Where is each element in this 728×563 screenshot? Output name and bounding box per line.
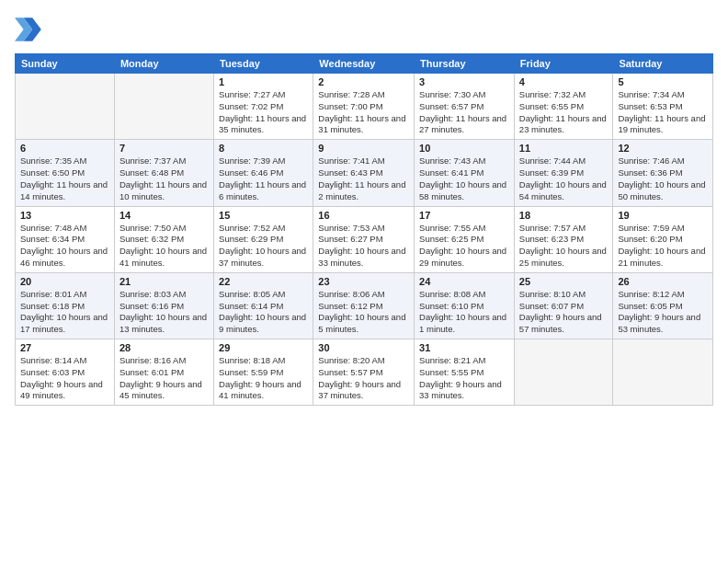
day-number: 13: [20, 210, 109, 221]
calendar-cell: 1Sunrise: 7:27 AM Sunset: 7:02 PM Daylig…: [214, 74, 313, 140]
calendar-week-row: 1Sunrise: 7:27 AM Sunset: 7:02 PM Daylig…: [16, 74, 713, 140]
calendar-cell: 21Sunrise: 8:03 AM Sunset: 6:16 PM Dayli…: [114, 272, 213, 339]
calendar-cell: 23Sunrise: 8:06 AM Sunset: 6:12 PM Dayli…: [313, 272, 415, 339]
day-detail: Sunrise: 8:14 AM Sunset: 6:03 PM Dayligh…: [20, 355, 109, 402]
day-number: 10: [419, 143, 509, 154]
day-number: 25: [519, 276, 609, 287]
day-detail: Sunrise: 7:43 AM Sunset: 6:41 PM Dayligh…: [419, 155, 509, 202]
day-detail: Sunrise: 8:10 AM Sunset: 6:07 PM Dayligh…: [519, 289, 609, 336]
day-number: 23: [318, 276, 409, 287]
day-detail: Sunrise: 8:20 AM Sunset: 5:57 PM Dayligh…: [318, 355, 409, 402]
logo: [15, 15, 48, 44]
calendar-cell: 30Sunrise: 8:20 AM Sunset: 5:57 PM Dayli…: [313, 339, 415, 406]
day-number: 16: [318, 210, 409, 221]
calendar-cell: 25Sunrise: 8:10 AM Sunset: 6:07 PM Dayli…: [514, 272, 613, 339]
day-detail: Sunrise: 7:50 AM Sunset: 6:32 PM Dayligh…: [119, 223, 209, 270]
calendar-cell: [514, 339, 613, 406]
day-number: 11: [519, 143, 609, 154]
day-number: 28: [119, 342, 209, 353]
day-detail: Sunrise: 8:18 AM Sunset: 5:59 PM Dayligh…: [219, 355, 308, 402]
day-detail: Sunrise: 7:44 AM Sunset: 6:39 PM Dayligh…: [519, 155, 609, 202]
day-number: 17: [419, 210, 509, 221]
calendar-cell: 6Sunrise: 7:35 AM Sunset: 6:50 PM Daylig…: [16, 140, 115, 206]
day-number: 5: [618, 76, 708, 87]
day-detail: Sunrise: 7:32 AM Sunset: 6:55 PM Dayligh…: [519, 89, 609, 136]
calendar-week-row: 6Sunrise: 7:35 AM Sunset: 6:50 PM Daylig…: [16, 140, 713, 206]
day-number: 2: [318, 76, 409, 87]
calendar-cell: 28Sunrise: 8:16 AM Sunset: 6:01 PM Dayli…: [114, 339, 213, 406]
day-detail: Sunrise: 7:35 AM Sunset: 6:50 PM Dayligh…: [20, 155, 109, 202]
day-detail: Sunrise: 7:53 AM Sunset: 6:27 PM Dayligh…: [318, 223, 409, 270]
day-detail: Sunrise: 8:08 AM Sunset: 6:10 PM Dayligh…: [419, 289, 509, 336]
weekday-header: Friday: [514, 54, 613, 74]
day-detail: Sunrise: 8:21 AM Sunset: 5:55 PM Dayligh…: [419, 355, 509, 402]
day-detail: Sunrise: 7:46 AM Sunset: 6:36 PM Dayligh…: [618, 155, 708, 202]
calendar-cell: 12Sunrise: 7:46 AM Sunset: 6:36 PM Dayli…: [613, 140, 713, 206]
page: SundayMondayTuesdayWednesdayThursdayFrid…: [0, 0, 728, 563]
logo-icon: [15, 15, 44, 44]
day-detail: Sunrise: 7:27 AM Sunset: 7:02 PM Dayligh…: [219, 89, 308, 136]
weekday-header: Wednesday: [313, 54, 415, 74]
day-detail: Sunrise: 7:52 AM Sunset: 6:29 PM Dayligh…: [219, 223, 308, 270]
day-number: 6: [20, 143, 109, 154]
calendar: SundayMondayTuesdayWednesdayThursdayFrid…: [15, 53, 713, 406]
calendar-cell: 7Sunrise: 7:37 AM Sunset: 6:48 PM Daylig…: [114, 140, 213, 206]
weekday-header: Thursday: [415, 54, 515, 74]
calendar-cell: 29Sunrise: 8:18 AM Sunset: 5:59 PM Dayli…: [214, 339, 313, 406]
day-detail: Sunrise: 8:06 AM Sunset: 6:12 PM Dayligh…: [318, 289, 409, 336]
calendar-week-row: 20Sunrise: 8:01 AM Sunset: 6:18 PM Dayli…: [16, 272, 713, 339]
day-number: 7: [119, 143, 209, 154]
day-detail: Sunrise: 7:59 AM Sunset: 6:20 PM Dayligh…: [618, 223, 708, 270]
calendar-cell: 5Sunrise: 7:34 AM Sunset: 6:53 PM Daylig…: [613, 74, 713, 140]
calendar-cell: 17Sunrise: 7:55 AM Sunset: 6:25 PM Dayli…: [415, 206, 515, 272]
calendar-cell: 9Sunrise: 7:41 AM Sunset: 6:43 PM Daylig…: [313, 140, 415, 206]
calendar-cell: 3Sunrise: 7:30 AM Sunset: 6:57 PM Daylig…: [415, 74, 515, 140]
day-detail: Sunrise: 8:01 AM Sunset: 6:18 PM Dayligh…: [20, 289, 109, 336]
calendar-cell: 31Sunrise: 8:21 AM Sunset: 5:55 PM Dayli…: [415, 339, 515, 406]
calendar-cell: [16, 74, 115, 140]
weekday-header: Sunday: [16, 54, 115, 74]
weekday-header: Saturday: [613, 54, 713, 74]
day-detail: Sunrise: 8:12 AM Sunset: 6:05 PM Dayligh…: [618, 289, 708, 336]
calendar-cell: 8Sunrise: 7:39 AM Sunset: 6:46 PM Daylig…: [214, 140, 313, 206]
calendar-cell: 11Sunrise: 7:44 AM Sunset: 6:39 PM Dayli…: [514, 140, 613, 206]
day-detail: Sunrise: 7:34 AM Sunset: 6:53 PM Dayligh…: [618, 89, 708, 136]
day-number: 1: [219, 76, 308, 87]
day-number: 20: [20, 276, 109, 287]
day-number: 21: [119, 276, 209, 287]
day-detail: Sunrise: 7:48 AM Sunset: 6:34 PM Dayligh…: [20, 223, 109, 270]
header: [15, 15, 713, 44]
day-number: 18: [519, 210, 609, 221]
calendar-cell: 20Sunrise: 8:01 AM Sunset: 6:18 PM Dayli…: [16, 272, 115, 339]
day-detail: Sunrise: 7:30 AM Sunset: 6:57 PM Dayligh…: [419, 89, 509, 136]
calendar-cell: 19Sunrise: 7:59 AM Sunset: 6:20 PM Dayli…: [613, 206, 713, 272]
day-detail: Sunrise: 7:41 AM Sunset: 6:43 PM Dayligh…: [318, 155, 409, 202]
day-detail: Sunrise: 8:03 AM Sunset: 6:16 PM Dayligh…: [119, 289, 209, 336]
calendar-cell: 4Sunrise: 7:32 AM Sunset: 6:55 PM Daylig…: [514, 74, 613, 140]
day-number: 30: [318, 342, 409, 353]
calendar-cell: [114, 74, 213, 140]
day-number: 27: [20, 342, 109, 353]
calendar-cell: 14Sunrise: 7:50 AM Sunset: 6:32 PM Dayli…: [114, 206, 213, 272]
day-number: 24: [419, 276, 509, 287]
day-number: 15: [219, 210, 308, 221]
day-number: 9: [318, 143, 409, 154]
calendar-cell: 22Sunrise: 8:05 AM Sunset: 6:14 PM Dayli…: [214, 272, 313, 339]
calendar-cell: [613, 339, 713, 406]
day-number: 8: [219, 143, 308, 154]
calendar-cell: 2Sunrise: 7:28 AM Sunset: 7:00 PM Daylig…: [313, 74, 415, 140]
day-detail: Sunrise: 7:39 AM Sunset: 6:46 PM Dayligh…: [219, 155, 308, 202]
calendar-week-row: 13Sunrise: 7:48 AM Sunset: 6:34 PM Dayli…: [16, 206, 713, 272]
calendar-cell: 26Sunrise: 8:12 AM Sunset: 6:05 PM Dayli…: [613, 272, 713, 339]
day-number: 4: [519, 76, 609, 87]
day-detail: Sunrise: 7:55 AM Sunset: 6:25 PM Dayligh…: [419, 223, 509, 270]
day-number: 29: [219, 342, 308, 353]
calendar-cell: 18Sunrise: 7:57 AM Sunset: 6:23 PM Dayli…: [514, 206, 613, 272]
day-number: 19: [618, 210, 708, 221]
day-number: 12: [618, 143, 708, 154]
weekday-header: Monday: [114, 54, 213, 74]
day-number: 31: [419, 342, 509, 353]
day-number: 22: [219, 276, 308, 287]
calendar-cell: 10Sunrise: 7:43 AM Sunset: 6:41 PM Dayli…: [415, 140, 515, 206]
calendar-cell: 15Sunrise: 7:52 AM Sunset: 6:29 PM Dayli…: [214, 206, 313, 272]
